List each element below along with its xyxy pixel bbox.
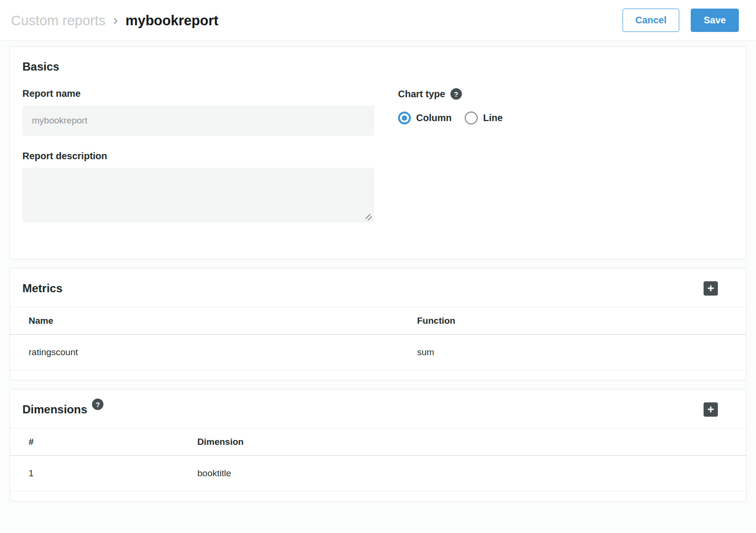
chart-type-line-radio[interactable]: Line	[465, 112, 502, 124]
chart-type-radio-group: Column Line	[398, 112, 734, 124]
add-metric-button[interactable]: +	[704, 281, 718, 296]
dimensions-title: Dimensions	[22, 403, 87, 416]
metrics-header-function: Function	[417, 308, 746, 335]
report-description-label: Report description	[22, 151, 374, 162]
metric-name-cell: ratingscount	[10, 335, 417, 370]
main-content: Basics Report name Report description Ch…	[0, 41, 756, 523]
add-dimension-button[interactable]: +	[704, 402, 718, 417]
report-description-input[interactable]	[22, 168, 374, 223]
help-icon[interactable]: ?	[92, 399, 103, 410]
metrics-table: Name Function ratingscount sum	[10, 307, 746, 370]
metric-function-cell: sum	[417, 335, 746, 370]
dimensions-header-dimension: Dimension	[197, 429, 746, 456]
dimensions-table: # Dimension 1 booktitle	[10, 428, 746, 492]
cancel-button[interactable]: Cancel	[623, 9, 680, 32]
basics-title: Basics	[22, 60, 734, 73]
chart-type-label: Chart type	[398, 89, 445, 100]
metrics-header-name: Name	[10, 308, 417, 335]
dimension-name-cell: booktitle	[197, 456, 746, 492]
header-actions: Cancel Save	[623, 9, 739, 32]
metrics-title: Metrics	[22, 282, 62, 295]
table-row[interactable]: 1 booktitle	[10, 456, 746, 492]
dimension-index-cell: 1	[10, 456, 197, 492]
breadcrumb-separator-icon: ›	[113, 12, 118, 28]
breadcrumb: Custom reports › mybookreport	[11, 12, 218, 29]
page-header: Custom reports › mybookreport Cancel Sav…	[0, 0, 756, 41]
radio-unselected-icon	[465, 112, 478, 124]
save-button[interactable]: Save	[691, 9, 739, 32]
radio-column-label: Column	[416, 113, 451, 123]
radio-selected-icon	[398, 112, 411, 124]
dimensions-header-index: #	[10, 429, 197, 456]
dimensions-card: Dimensions ? + # Dimension 1 booktitle	[10, 389, 746, 502]
plus-icon: +	[707, 282, 714, 295]
chart-type-column-radio[interactable]: Column	[398, 112, 451, 124]
resize-handle-icon[interactable]	[366, 214, 372, 220]
table-row[interactable]: ratingscount sum	[10, 335, 746, 370]
breadcrumb-current: mybookreport	[125, 13, 218, 29]
breadcrumb-parent[interactable]: Custom reports	[11, 13, 105, 29]
help-icon[interactable]: ?	[450, 88, 462, 100]
plus-icon: +	[707, 403, 714, 416]
basics-card: Basics Report name Report description Ch…	[10, 46, 746, 259]
report-name-input[interactable]	[22, 105, 374, 136]
report-name-label: Report name	[22, 88, 374, 99]
metrics-card: Metrics + Name Function ratingscount sum	[10, 268, 746, 380]
radio-line-label: Line	[483, 113, 502, 123]
